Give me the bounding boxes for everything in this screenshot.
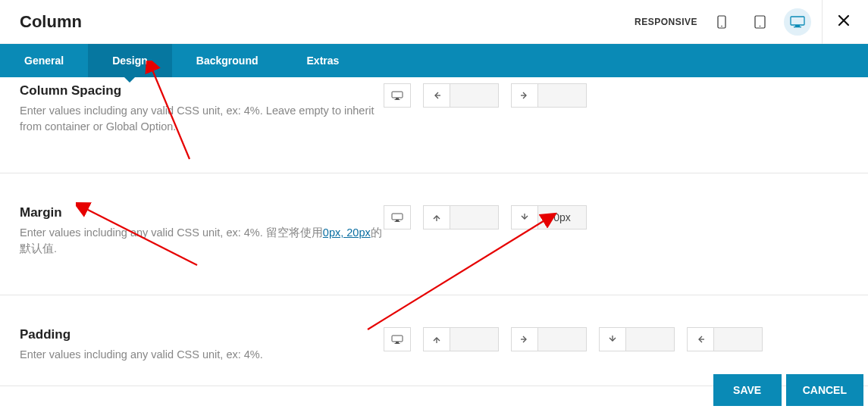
svg-rect-5 xyxy=(795,25,800,27)
svg-point-3 xyxy=(759,25,760,27)
svg-rect-18 xyxy=(396,342,399,343)
spacing-left-control xyxy=(423,83,499,135)
device-desktop-button[interactable] xyxy=(784,8,811,36)
padding-title: Padding xyxy=(20,327,384,342)
desktop-icon xyxy=(790,16,805,28)
section-column-spacing: Column Spacing Enter values including an… xyxy=(0,77,868,173)
footer: SAVE CANCEL xyxy=(0,371,868,409)
arrow-left-icon xyxy=(687,327,714,351)
spacing-desc: Enter values including any valid CSS uni… xyxy=(20,103,384,135)
padding-top-control xyxy=(423,327,499,363)
padding-desc: Enter values including any valid CSS uni… xyxy=(20,347,384,363)
spacing-left-input[interactable] xyxy=(450,83,499,108)
svg-rect-17 xyxy=(392,336,403,342)
section-margin: Margin Enter values including any valid … xyxy=(0,173,868,295)
arrow-down-icon xyxy=(511,205,538,229)
tablet-icon xyxy=(754,15,766,29)
svg-rect-13 xyxy=(396,220,399,221)
margin-top-input[interactable] xyxy=(450,205,499,229)
desktop-icon xyxy=(391,335,403,345)
device-phone-button[interactable] xyxy=(708,8,735,36)
arrow-left-icon xyxy=(423,83,450,108)
svg-rect-9 xyxy=(395,99,400,100)
spacing-device-toggle[interactable] xyxy=(384,83,411,135)
spacing-right-input[interactable] xyxy=(538,83,587,108)
margin-controls xyxy=(384,205,587,257)
spacing-title: Column Spacing xyxy=(20,83,384,98)
svg-rect-6 xyxy=(794,27,801,27)
padding-right-control xyxy=(511,327,587,363)
tab-general[interactable]: General xyxy=(0,44,88,77)
svg-rect-8 xyxy=(396,98,399,99)
tabs-bar: General Design Background Extras xyxy=(0,44,868,77)
padding-bottom-control xyxy=(599,327,675,363)
responsive-group: RESPONSIVE xyxy=(635,8,811,36)
arrow-up-icon xyxy=(423,327,450,351)
phone-icon xyxy=(717,15,726,29)
close-button[interactable] xyxy=(838,14,850,30)
margin-desc: Enter values including any valid CSS uni… xyxy=(20,225,384,257)
padding-left-input[interactable] xyxy=(714,327,763,351)
spacing-right-control xyxy=(511,83,587,135)
desktop-icon xyxy=(391,91,403,101)
svg-rect-4 xyxy=(791,17,804,25)
margin-desc-pre: Enter values including any valid CSS uni… xyxy=(20,226,323,239)
cancel-button[interactable]: CANCEL xyxy=(786,374,863,406)
margin-default-link[interactable]: 0px, 20px xyxy=(323,226,371,239)
svg-rect-12 xyxy=(392,214,403,220)
close-area xyxy=(822,0,850,44)
padding-left-control xyxy=(687,327,763,363)
arrow-right-icon xyxy=(511,327,538,351)
svg-rect-19 xyxy=(395,343,400,344)
tab-extras[interactable]: Extras xyxy=(283,44,364,77)
header: Column RESPONSIVE xyxy=(0,0,868,44)
arrow-down-icon xyxy=(599,327,626,351)
responsive-label: RESPONSIVE xyxy=(635,17,697,27)
device-tablet-button[interactable] xyxy=(746,8,773,36)
svg-rect-14 xyxy=(395,221,400,222)
tab-background[interactable]: Background xyxy=(172,44,283,77)
arrow-right-icon xyxy=(511,83,538,108)
margin-bottom-input[interactable] xyxy=(538,205,587,229)
padding-bottom-input[interactable] xyxy=(626,327,675,351)
close-icon xyxy=(838,14,850,27)
padding-top-input[interactable] xyxy=(450,327,499,351)
margin-device-toggle[interactable] xyxy=(384,205,411,257)
save-button[interactable]: SAVE xyxy=(713,374,782,406)
svg-point-1 xyxy=(721,25,722,27)
margin-title: Margin xyxy=(20,205,384,220)
tab-design[interactable]: Design xyxy=(88,44,172,77)
padding-controls xyxy=(384,327,763,363)
margin-top-control xyxy=(423,205,499,257)
margin-bottom-control xyxy=(511,205,587,257)
spacing-controls xyxy=(384,83,587,135)
desktop-icon xyxy=(391,213,403,223)
page-title: Column xyxy=(20,12,635,32)
arrow-up-icon xyxy=(423,205,450,229)
padding-device-toggle[interactable] xyxy=(384,327,411,363)
svg-rect-7 xyxy=(392,92,403,98)
padding-right-input[interactable] xyxy=(538,327,587,351)
